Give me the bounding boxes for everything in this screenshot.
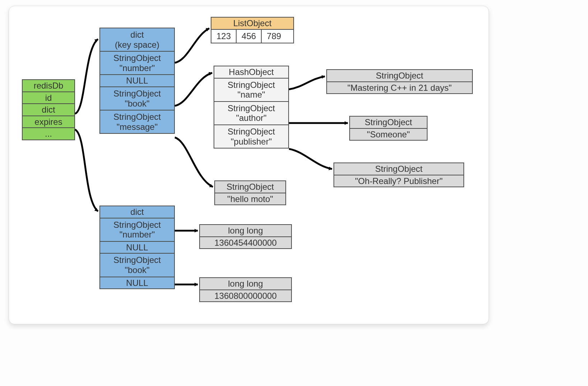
- listobject-block: ListObject 123 456 789: [211, 17, 294, 43]
- expires-entry-null1: NULL: [100, 242, 174, 254]
- message-string-block: StringObject "hello moto": [214, 180, 286, 205]
- hashvalue-name-value: "Mastering C++ in 21 days": [327, 82, 472, 94]
- keyspace-title: dict (key space): [100, 28, 174, 52]
- hashvalue-name-block: StringObject "Mastering C++ in 21 days": [326, 69, 473, 94]
- redisdb-field-dict: dict: [23, 104, 74, 116]
- listobject-items: 123 456 789: [211, 30, 293, 43]
- expires-book-block: long long 1360800000000: [199, 277, 292, 302]
- message-string-value: "hello moto": [215, 193, 285, 205]
- keyspace-entry-message: StringObject "message": [100, 110, 174, 133]
- hashvalue-publisher-value: "Oh-Really? Publisher": [334, 175, 463, 187]
- expires-book-type: long long: [200, 278, 291, 290]
- hashobject-field-publisher: StringObject "publisher": [214, 125, 288, 148]
- redisdb-title: redisDb: [23, 80, 74, 92]
- hashobject-field-name: StringObject "name": [214, 79, 288, 102]
- hashobject-field-author: StringObject "author": [214, 102, 288, 125]
- hashvalue-publisher-block: StringObject "Oh-Really? Publisher": [333, 163, 464, 187]
- expires-number-type: long long: [200, 225, 291, 237]
- keyspace-entry-null: NULL: [100, 75, 174, 87]
- listobject-item-0: 123: [211, 30, 237, 43]
- hashvalue-author-value: "Someone": [350, 129, 427, 140]
- listobject-title: ListObject: [211, 18, 293, 30]
- keyspace-dict-block: dict (key space) StringObject "number" N…: [99, 28, 175, 134]
- expires-dict-block: dict StringObject "number" NULL StringOb…: [99, 206, 175, 289]
- hashvalue-author-block: StringObject "Someone": [349, 116, 428, 141]
- hashvalue-name-type: StringObject: [327, 70, 472, 82]
- diagram-canvas: redisDb id dict expires ... dict (key sp…: [9, 6, 489, 324]
- keyspace-entry-number: StringObject "number": [100, 52, 174, 75]
- hashvalue-publisher-type: StringObject: [334, 163, 463, 175]
- listobject-item-2: 789: [262, 30, 286, 43]
- expires-dict-title: dict: [100, 206, 174, 218]
- hashvalue-author-type: StringObject: [350, 117, 427, 129]
- hashobject-block: HashObject StringObject "name" StringObj…: [214, 66, 289, 149]
- redisdb-field-expires: expires: [23, 116, 74, 128]
- expires-entry-book: StringObject "book": [100, 254, 174, 277]
- hashobject-title: HashObject: [214, 66, 288, 79]
- expires-entry-null2: NULL: [100, 277, 174, 289]
- expires-entry-number: StringObject "number": [100, 218, 174, 242]
- expires-number-value: 1360454400000: [200, 237, 291, 249]
- listobject-item-1: 456: [237, 30, 262, 43]
- expires-number-block: long long 1360454400000: [199, 224, 292, 249]
- message-string-type: StringObject: [215, 181, 285, 193]
- redisdb-block: redisDb id dict expires ...: [22, 79, 75, 140]
- redisdb-field-id: id: [23, 92, 74, 104]
- expires-book-value: 1360800000000: [200, 290, 291, 302]
- redisdb-field-more: ...: [23, 128, 74, 140]
- keyspace-entry-book: StringObject "book": [100, 87, 174, 110]
